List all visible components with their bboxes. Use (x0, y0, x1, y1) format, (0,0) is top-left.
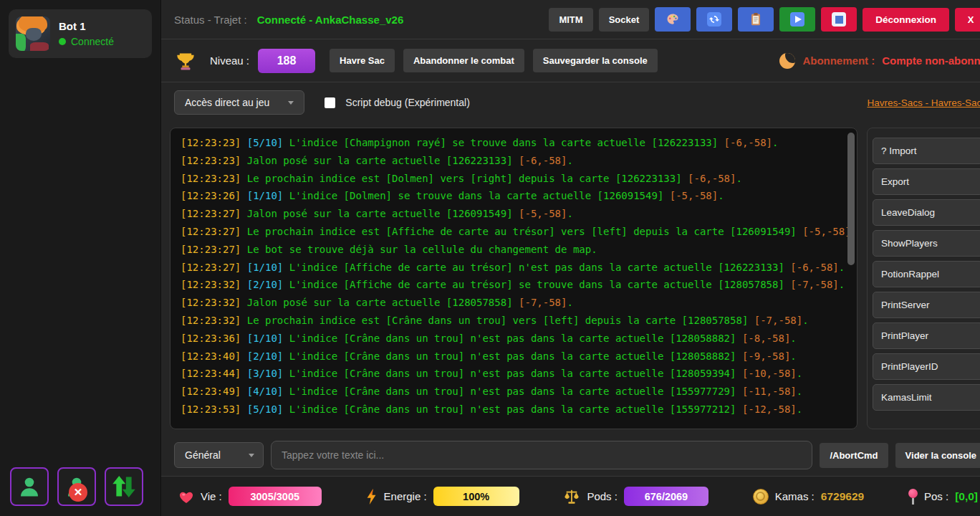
heart-icon (178, 489, 194, 504)
moon-icon (779, 53, 795, 69)
clipboard-button[interactable] (738, 7, 774, 32)
script-debug-checkbox[interactable] (325, 97, 335, 108)
energie-stat: Energie : 100% (366, 487, 519, 506)
console-region: [12:23:23] [5/10] L'indice [Champignon r… (161, 123, 980, 434)
refresh-icon (707, 12, 721, 27)
vie-label: Vie : (201, 490, 222, 502)
game-access-dropdown[interactable]: Accès direct au jeu (174, 90, 304, 115)
pods-label: Pods : (587, 490, 618, 502)
toolbar-row: Niveau : 188 Havre Sac Abandonner le com… (161, 39, 980, 82)
close-button[interactable]: X (955, 8, 980, 32)
person-icon (16, 474, 42, 500)
start-button[interactable] (779, 7, 815, 32)
lightning-icon (366, 489, 378, 505)
command-button[interactable]: PrintPlayerID (873, 353, 980, 380)
trophy-icon (176, 51, 196, 71)
console-scrollbar[interactable] (847, 133, 855, 265)
scales-icon (563, 489, 580, 505)
stop-button[interactable] (821, 7, 857, 32)
bot-avatar (16, 16, 50, 51)
subscription-label: Abonnement : (802, 54, 875, 67)
mitm-button[interactable]: MITM (549, 8, 592, 32)
kamas-label: Kamas : (775, 490, 815, 502)
kamas-stat: Kamas : 6729629 (753, 489, 864, 505)
command-button[interactable]: ShowPlayers (873, 230, 980, 257)
log-line: [12:23:44] [3/10] L'indice [Crâne dans u… (181, 365, 857, 383)
energie-badge: 100% (433, 487, 519, 506)
level-label: Niveau : (210, 54, 249, 67)
log-line: [12:23:53] [5/10] L'indice [Crâne dans u… (181, 401, 857, 419)
log-line: [12:23:23] Le prochain indice est [Dolme… (181, 170, 857, 188)
log-line: [12:23:27] Le prochain indice est [Affic… (181, 223, 857, 241)
command-button[interactable]: PrintPlayer (873, 322, 980, 349)
level-badge: 188 (258, 49, 315, 73)
command-button[interactable]: ? Import (873, 138, 980, 164)
log-line: [12:23:23] [5/10] L'indice [Champignon r… (181, 134, 857, 152)
energie-label: Energie : (384, 490, 427, 502)
status-trajet-label: Status - Trajet : (174, 14, 247, 26)
main-panel: Status - Trajet : Connecté - AnkaChasse_… (161, 0, 980, 516)
coin-icon (753, 489, 769, 505)
game-access-dropdown-value: Accès direct au jeu (185, 97, 269, 108)
chat-channel-value: Général (185, 449, 221, 461)
pods-stat: Pods : 676/2069 (563, 487, 708, 506)
log-line: [12:23:32] Jalon posé sur la carte actue… (181, 294, 857, 312)
status-trajet-value: Connecté - AnkaChasse_v26 (257, 14, 404, 26)
command-panel: ? ImportExportLeaveDialogShowPlayersPoti… (867, 128, 980, 429)
log-line: [12:23:32] Le prochain indice est [Crâne… (181, 312, 857, 330)
up-down-arrows-icon (111, 474, 137, 500)
chevron-down-icon (288, 101, 294, 105)
add-character-button[interactable] (10, 467, 49, 506)
log-line: [12:23:27] Jalon posé sur la carte actue… (181, 205, 857, 223)
theme-button[interactable] (655, 7, 691, 32)
log-line: [12:23:26] [1/10] L'indice [Dolmen] se t… (181, 187, 857, 205)
status-bar: Vie : 3005/3005 Energie : 100% (161, 476, 980, 516)
bot-name: Bot 1 (59, 20, 114, 32)
clipboard-icon (749, 12, 762, 27)
command-button[interactable]: PotionRappel (873, 261, 980, 287)
vie-stat: Vie : 3005/3005 (178, 487, 322, 506)
log-line: [12:23:23] Jalon posé sur la carte actue… (181, 152, 857, 170)
chevron-down-icon (249, 454, 254, 457)
pin-icon (908, 489, 918, 505)
command-button[interactable]: KamasLimit (873, 384, 980, 411)
kamas-value: 6729629 (821, 490, 864, 503)
havre-sac-button[interactable]: Havre Sac (330, 49, 395, 72)
command-button[interactable]: Export (873, 168, 980, 195)
chat-row: Général /AbortCmd Vider la console (161, 434, 980, 476)
options-row: Accès direct au jeu Script debug (Expéri… (161, 82, 980, 123)
bot-card[interactable]: Bot 1 Connecté (9, 9, 152, 58)
refresh-button[interactable] (696, 7, 732, 32)
chat-channel-dropdown[interactable]: Général (174, 442, 264, 468)
havres-sacs-link[interactable]: Havres-Sacs - Havres-Sacs (868, 97, 980, 108)
console-log[interactable]: [12:23:23] [5/10] L'indice [Champignon r… (170, 128, 858, 429)
log-line: [12:23:27] Le bot se trouve déjà sur la … (181, 241, 857, 259)
save-console-button[interactable]: Sauvegarder la console (533, 49, 658, 72)
pods-badge: 676/2069 (624, 487, 708, 506)
header-row: Status - Trajet : Connecté - AnkaChasse_… (161, 0, 980, 39)
command-button[interactable]: PrintServer (873, 292, 980, 318)
log-line: [12:23:27] [1/10] L'indice [Affiche de c… (181, 259, 857, 277)
log-line: [12:23:36] [1/10] L'indice [Crâne dans u… (181, 330, 857, 348)
socket-button[interactable]: Socket (599, 8, 650, 32)
abandon-combat-button[interactable]: Abandonner le combat (403, 49, 524, 72)
palette-icon (666, 12, 680, 27)
abort-cmd-button[interactable]: /AbortCmd (820, 443, 888, 468)
play-icon (790, 12, 804, 27)
disconnect-button[interactable]: Déconnexion (863, 8, 949, 32)
log-line: [12:23:49] [4/10] L'indice [Crâne dans u… (181, 383, 857, 401)
swap-order-button[interactable] (105, 467, 143, 506)
chat-input[interactable] (271, 441, 812, 469)
clear-console-button[interactable]: Vider la console (895, 443, 980, 468)
subscription-value: Compte non-abonné (882, 54, 980, 67)
online-dot-icon (59, 38, 66, 45)
stop-icon (832, 12, 846, 27)
remove-character-button[interactable]: ✕ (57, 467, 96, 506)
command-button[interactable]: LeaveDialog (873, 199, 980, 226)
red-x-badge-icon: ✕ (69, 483, 87, 502)
pos-label: Pos : (924, 490, 948, 502)
pos-stat: Pos : [0,0] (908, 489, 978, 505)
log-line: [12:23:32] [2/10] L'indice [Affiche de c… (181, 276, 857, 294)
app-window: Bot 1 Connecté ✕ (0, 0, 980, 516)
log-line: [12:23:40] [2/10] L'indice [Crâne dans u… (181, 348, 857, 366)
